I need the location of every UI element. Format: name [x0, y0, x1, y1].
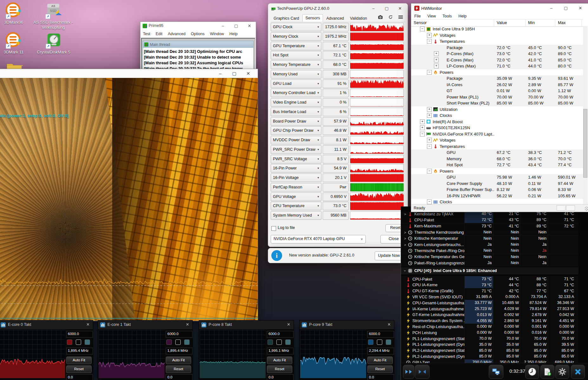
maximize-button[interactable]: ▢: [230, 22, 242, 30]
series-color-swatch[interactable]: [386, 339, 391, 345]
tree-row[interactable]: Power Max (PL1) 70.00 W 70.00 W 70.00 W: [411, 94, 583, 100]
collapse-chevron-icon[interactable]: ›: [403, 269, 407, 273]
core-window-titlebar[interactable]: E-core 0 Takt ✕: [0, 320, 93, 330]
close-button[interactable]: ✕: [186, 322, 189, 327]
table-row[interactable]: PCH Leistung 0.000 W 0.000 W 0.016 W 0.0…: [401, 330, 578, 336]
tree-row[interactable]: + Clocks: [411, 112, 583, 119]
table-row[interactable]: CPU-Paket 73 °C 44 °C 88 °C 71 °C: [401, 276, 578, 282]
sensor-select[interactable]: PWR_SRC Voltage▼: [271, 155, 321, 163]
series-color-swatch[interactable]: [166, 339, 172, 345]
reset-button[interactable]: Reset: [267, 365, 292, 373]
sensor-select[interactable]: GPU Voltage▼: [271, 193, 321, 201]
expand-chevron-icon[interactable]: >: [403, 237, 407, 240]
close-button[interactable]: ✕: [394, 4, 406, 13]
tree-row[interactable]: − Powers: [411, 69, 583, 76]
sensor-select[interactable]: PWR_SRC Power Draw▼: [271, 145, 321, 154]
table-row[interactable]: PL2-Leistungsgrenzwert (Stat... 85.0 W 8…: [401, 348, 578, 354]
tree-row[interactable]: Memory 68.0 °C 36.0 °C 70.0 °C: [411, 156, 583, 162]
expand-toggle[interactable]: +: [434, 51, 439, 56]
tree-row[interactable]: + HFS001TEJ9X125N: [411, 125, 583, 131]
series-color-swatch[interactable]: [184, 339, 190, 345]
expand-toggle[interactable]: −: [427, 144, 432, 149]
expand-toggle[interactable]: +: [427, 113, 432, 118]
series-color-swatch[interactable]: [85, 339, 90, 345]
expand-toggle[interactable]: +: [427, 138, 432, 142]
scrollbar[interactable]: [583, 26, 588, 204]
close-button[interactable]: ✕: [241, 69, 255, 78]
table-row[interactable]: PL2-Leistungsgrenzwert (Dyn... 85.0 W 85…: [401, 353, 578, 360]
core-window-titlebar[interactable]: P-core 8 Takt ✕: [199, 320, 294, 330]
table-row[interactable]: VR VCC Strom (SVID IOUT) 31.985 A 0.000 …: [401, 294, 578, 300]
table-row[interactable]: Thermische Paket-/Ring-Dros... Nein Nein…: [401, 248, 578, 254]
expand-toggle[interactable]: +: [434, 58, 439, 62]
sensor-select[interactable]: Memory Used▼: [271, 70, 321, 79]
close-button[interactable]: ✕: [387, 322, 391, 327]
tree-row[interactable]: − NVIDIA GeForce RTX 4070 Lapt...: [411, 131, 583, 137]
menu-item[interactable]: File: [414, 14, 421, 18]
sensor-select[interactable]: Board Power Draw▼: [271, 117, 321, 126]
table-row[interactable]: PL1-Leistungsgrenzwert (Dyn... 35.0 W 35…: [401, 342, 578, 348]
sensor-select[interactable]: GPU Chip Power Draw▼: [271, 126, 321, 135]
maximize-button[interactable]: ▢: [559, 4, 572, 12]
tree-row[interactable]: − Temperatures: [411, 38, 583, 45]
minimize-button[interactable]: –: [213, 69, 227, 78]
table-row[interactable]: Paket-/Ring-Leistungsgrenze ... Ja Nein …: [401, 260, 578, 266]
gpu-select-dropdown[interactable]: NVIDIA GeForce RTX 4070 Laptop GPU∨: [271, 235, 366, 244]
table-row[interactable]: CPU IA-Kerne 73 °C 44 °C 88 °C 71 °C: [401, 282, 578, 288]
close-button[interactable]: ✕: [287, 322, 290, 327]
tree-row[interactable]: + Voltages: [411, 32, 583, 39]
hwmonitor-titlebar[interactable]: HWMonitor – ▢ ✕: [411, 3, 588, 13]
sensor-select[interactable]: Hot Spot▼: [271, 51, 321, 60]
series-color-swatch[interactable]: [175, 339, 181, 345]
table-row[interactable]: GT-Kerne Leistungsaufnahme 0.013 W 0.002…: [401, 312, 578, 318]
y-min-field[interactable]: 0.0: [66, 374, 93, 380]
y-max-field[interactable]: 6000.0: [66, 331, 93, 338]
cpu-section-header[interactable]: › CPU [#0]: Intel Core Ultra 9 185H: Enh…: [401, 267, 578, 274]
sensor-select[interactable]: Video Engine Load▼: [271, 98, 321, 107]
sensor-select[interactable]: 16-Pin Voltage▼: [271, 174, 321, 182]
expand-toggle[interactable]: −: [420, 27, 425, 31]
report-button[interactable]: [540, 365, 554, 379]
menu-item[interactable]: View: [427, 14, 436, 18]
expand-chevron-icon[interactable]: >: [403, 212, 407, 216]
series-color-swatch[interactable]: [285, 339, 291, 345]
menu-item[interactable]: Help: [458, 14, 467, 18]
expand-toggle[interactable]: −: [427, 70, 432, 75]
main-thread-window[interactable]: 2-1 Main thread [Main thread Dec 20 10:3…: [143, 41, 254, 72]
table-row[interactable]: > Kritische Kerntemperatur Nein Nein Nei…: [401, 236, 578, 242]
table-row[interactable]: Kritische Temperatur des Ge... Nein Nein…: [401, 254, 578, 260]
table-row[interactable]: Stromverbrauch des System ... 4.055 W 2.…: [401, 318, 578, 324]
menu-item[interactable]: Advanced: [168, 32, 185, 36]
furmark-titlebar[interactable]: – ▢ ✕: [0, 69, 258, 78]
sensor-select[interactable]: GPU Clock▼: [271, 23, 321, 31]
maximize-button[interactable]: ▢: [380, 4, 393, 13]
close-button[interactable]: ✕: [243, 22, 256, 30]
sensor-select[interactable]: Memory Temperature▼: [271, 60, 321, 69]
menu-item[interactable]: Test: [143, 32, 150, 36]
y-min-field[interactable]: 0.0: [166, 374, 192, 380]
sensor-select[interactable]: System Memory Used▼: [271, 211, 321, 220]
tree-row[interactable]: + E-Cores (Max) 72.0 °C 41.0 °C 85.0 °C: [411, 57, 583, 63]
sensor-select[interactable]: GPU Load▼: [271, 79, 321, 88]
menu-item[interactable]: Options: [191, 32, 204, 36]
sensor-select[interactable]: CPU Temperature▼: [271, 202, 321, 210]
main-thread-titlebar[interactable]: 2-1 Main thread: [143, 41, 253, 48]
tree-row[interactable]: GPU 75.98 W 1.46 W 590.01 W: [411, 174, 583, 180]
expand-toggle[interactable]: +: [427, 107, 432, 112]
col-min[interactable]: Min: [526, 20, 555, 26]
y-min-field[interactable]: 0.0: [267, 374, 294, 380]
series-color-swatch[interactable]: [276, 339, 282, 345]
auto-fit-button[interactable]: Auto Fit: [367, 357, 393, 364]
sensor-select[interactable]: Memory Clock▼: [271, 32, 321, 41]
table-row[interactable]: CPU-Paket 72 °C 43 °C 89 °C 71 °C: [401, 217, 578, 223]
tree-row[interactable]: Frame Buffer Power Sup... 8.12 W 0.06 W …: [411, 187, 583, 193]
menu-item[interactable]: Window: [210, 32, 224, 36]
desktop-icon[interactable]: ↗ 3DMark06: [0, 2, 34, 25]
series-color-swatch[interactable]: [268, 339, 273, 345]
expand-toggle[interactable]: +: [420, 125, 425, 130]
collapse-columns-button[interactable]: [415, 365, 430, 379]
tree-row[interactable]: + P-Cores (Max) 73.0 °C 42.0 °C 89.0 °C: [411, 51, 583, 57]
screenshot-icon[interactable]: [378, 15, 383, 19]
sensor-select[interactable]: 16-Pin Power▼: [271, 164, 321, 173]
close-button[interactable]: ✕: [574, 4, 587, 12]
